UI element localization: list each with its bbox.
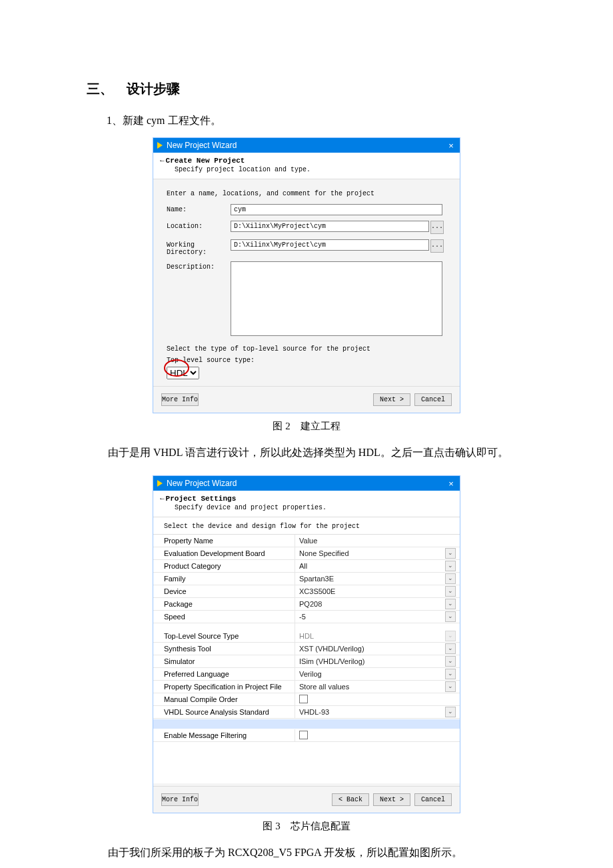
next-button[interactable]: Next > — [373, 393, 410, 406]
intro-text: Enter a name, locations, and comment for… — [167, 190, 450, 197]
property-name: Simulator — [153, 655, 295, 668]
property-value[interactable]: ISim (VHDL/Verilog)⌄ — [295, 655, 460, 668]
location-input[interactable] — [231, 221, 429, 232]
new-project-wizard-window-1: New Project Wizard × ←Create New Project… — [153, 137, 460, 413]
selection-highlight — [153, 719, 460, 729]
project-settings-table: Property NameValueEvaluation Development… — [153, 535, 460, 783]
property-name: Package — [153, 598, 295, 611]
more-info-button[interactable]: More Info — [161, 393, 199, 406]
wizard-icon — [157, 480, 163, 487]
property-name: Family — [153, 573, 295, 585]
property-value: Value — [295, 535, 460, 547]
chevron-down-icon[interactable]: ⌄ — [445, 643, 456, 654]
name-input[interactable] — [231, 204, 442, 215]
combo-value[interactable]: PQ208 — [299, 600, 442, 608]
property-name: Device — [153, 585, 295, 598]
chevron-down-icon[interactable]: ⌄ — [445, 656, 456, 667]
combo-value[interactable]: HDL — [299, 632, 442, 640]
property-name: Product Category — [153, 560, 295, 573]
next-button[interactable]: Next > — [373, 793, 410, 806]
chevron-down-icon[interactable]: ⌄ — [445, 599, 456, 609]
browse-working-dir-button[interactable]: ... — [430, 239, 444, 253]
property-name: Manual Compile Order — [153, 693, 295, 706]
chevron-down-icon[interactable]: ⌄ — [445, 669, 456, 679]
wizard-icon — [157, 142, 163, 149]
cancel-button[interactable]: Cancel — [414, 393, 452, 406]
property-value[interactable]: XST (VHDL/Verilog)⌄ — [295, 643, 460, 655]
chevron-down-icon[interactable]: ⌄ — [445, 611, 456, 622]
description-textarea[interactable] — [231, 261, 442, 336]
chevron-down-icon[interactable]: ⌄ — [445, 548, 456, 559]
property-name: Evaluation Development Board — [153, 547, 295, 560]
working-directory-input[interactable] — [231, 239, 429, 251]
wizard-subheader-2: ←Project Settings Specify device and pro… — [153, 491, 460, 517]
combo-value[interactable]: ISim (VHDL/Verilog) — [299, 657, 442, 665]
property-name: Top-Level Source Type — [153, 630, 295, 643]
title-bar: New Project Wizard × — [153, 138, 460, 153]
name-label: Name: — [167, 204, 231, 213]
property-name: VHDL Source Analysis Standard — [153, 706, 295, 719]
button-bar: More Info Next > Cancel — [153, 386, 460, 413]
combo-value[interactable]: XST (VHDL/Verilog) — [299, 645, 442, 653]
window-title: New Project Wizard — [167, 141, 442, 150]
checkbox[interactable] — [299, 695, 308, 703]
working-directory-label: Working Directory: — [167, 239, 231, 256]
property-value[interactable]: VHDL-93⌄ — [295, 706, 460, 719]
property-value[interactable]: None Specified⌄ — [295, 547, 460, 560]
property-value[interactable]: Spartan3E⌄ — [295, 573, 460, 585]
combo-value[interactable]: -5 — [299, 613, 442, 621]
back-button[interactable]: < Back — [332, 793, 369, 806]
subheader-title-2: Project Settings — [166, 495, 237, 503]
cancel-button[interactable]: Cancel — [414, 793, 452, 806]
chevron-down-icon[interactable]: ⌄ — [445, 561, 456, 571]
chevron-down-icon[interactable]: ⌄ — [445, 681, 456, 692]
close-icon[interactable]: × — [442, 479, 460, 489]
top-level-source-type-select[interactable]: HDL — [167, 367, 199, 379]
property-value[interactable]: Store all values⌄ — [295, 681, 460, 693]
subheader-subtitle: Specify project location and type. — [175, 166, 453, 173]
title-bar-2: New Project Wizard × — [153, 476, 460, 491]
chevron-down-icon[interactable]: ⌄ — [445, 707, 456, 717]
property-value[interactable] — [295, 693, 460, 706]
chevron-down-icon[interactable]: ⌄ — [445, 586, 456, 597]
back-arrow-icon[interactable]: ← — [160, 495, 165, 503]
browse-location-button[interactable]: ... — [430, 221, 444, 234]
property-value[interactable]: Verilog⌄ — [295, 668, 460, 681]
close-icon[interactable]: × — [442, 141, 460, 151]
combo-value[interactable]: None Specified — [299, 549, 442, 557]
property-value[interactable]: -5⌄ — [295, 611, 460, 623]
property-name: Property Name — [153, 535, 295, 547]
property-name: Speed — [153, 611, 295, 623]
property-value[interactable] — [295, 729, 460, 742]
combo-value[interactable]: Store all values — [299, 683, 442, 691]
button-bar-2: More Info < Back Next > Cancel — [153, 786, 460, 813]
wizard-subheader: ←Create New Project Specify project loca… — [153, 153, 460, 179]
property-name: Enable Message Filtering — [153, 729, 295, 742]
paragraph-1: 由于是用 VHDL 语言进行设计，所以此处选择类型为 HDL。之后一直点击确认即… — [87, 442, 526, 463]
more-info-button[interactable]: More Info — [161, 793, 199, 806]
figure-2-caption: 图 2 建立工程 — [87, 420, 526, 433]
source-type-intro: Select the type of top-level source for … — [167, 345, 450, 353]
step-1-text: 1、新建 cym 工程文件。 — [107, 114, 526, 128]
description-label: Description: — [167, 261, 231, 271]
combo-value[interactable]: VHDL-93 — [299, 708, 442, 716]
property-name: Synthesis Tool — [153, 643, 295, 655]
chevron-down-icon[interactable]: ⌄ — [445, 573, 456, 584]
checkbox[interactable] — [299, 731, 308, 739]
property-value[interactable]: All⌄ — [295, 560, 460, 573]
new-project-wizard-window-2: New Project Wizard × ←Project Settings S… — [153, 475, 460, 813]
back-arrow-icon[interactable]: ← — [160, 157, 165, 165]
section-heading: 三、 设计步骤 — [87, 80, 526, 98]
window-title-2: New Project Wizard — [167, 479, 442, 488]
combo-value[interactable]: XC3S500E — [299, 587, 442, 595]
source-type-label: Top-level source type: — [167, 357, 450, 364]
combo-value[interactable]: Verilog — [299, 670, 442, 678]
subheader-title: Create New Project — [166, 157, 245, 165]
property-value[interactable]: XC3S500E⌄ — [295, 585, 460, 598]
property-value[interactable]: HDL⌄ — [295, 630, 460, 643]
subheader-subtitle-2: Specify device and project properties. — [175, 504, 453, 511]
combo-value[interactable]: Spartan3E — [299, 575, 442, 583]
property-value[interactable]: PQ208⌄ — [295, 598, 460, 611]
combo-value[interactable]: All — [299, 562, 442, 570]
figure-3-caption: 图 3 芯片信息配置 — [87, 820, 526, 833]
